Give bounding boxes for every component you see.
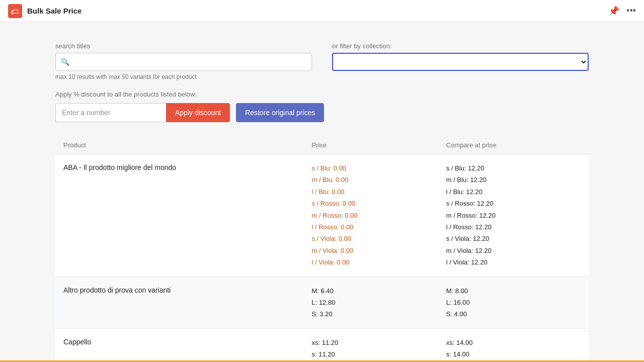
app-logo-icon: 🏷 [8,4,22,18]
discount-section: Apply % discount to all the products lis… [55,90,589,122]
collection-select[interactable] [332,53,589,71]
compare-list: s / Blu: 12.20m / Blu: 12.20l / Blu: 12.… [446,162,581,268]
filter-label: or filter by collection: [332,42,589,50]
compare-variant-line: xs: 14.00 [446,337,581,348]
compare-variant-line: s / Rosso: 12.20 [446,198,581,209]
pin-icon[interactable]: 📌 [608,6,619,17]
search-label: search titles [55,42,312,50]
discount-input[interactable] [55,103,166,122]
price-variant-line: m / Viola: 0.00 [311,245,446,256]
price-variant-line: S: 3.20 [311,308,446,320]
app-title: Bulk Sale Price [27,7,82,15]
svg-text:🏷: 🏷 [11,8,19,16]
topbar-right: 📌 ••• [608,6,636,17]
price-list: s / Blu: 0.00m / Blu: 0.00l / Blu: 0.00s… [311,162,446,268]
product-name: Cappello [63,337,311,346]
price-variant-line: m / Rosso: 0.00 [311,210,446,221]
table-header: Product Price Compare at price [55,136,589,154]
compare-variant-line: m / Viola: 12.20 [446,245,581,256]
compare-variant-line: l / Rosso: 12.20 [446,221,581,233]
restore-prices-button[interactable]: Restore original prices [236,103,324,122]
price-variant-line: s / Blu: 0.00 [311,162,446,174]
price-variant-line: M: 6.40 [311,285,446,297]
compare-variant-line: m / Blu: 12.20 [446,174,581,186]
compare-list: M: 8.00L: 16.00S: 4.00 [446,285,581,320]
search-input[interactable] [69,53,306,70]
price-variant-line: s / Rosso: 0.00 [311,198,446,209]
topbar-left: 🏷 Bulk Sale Price [8,4,82,18]
compare-variant-line: s / Viola: 12.20 [446,233,581,244]
topbar: 🏷 Bulk Sale Price 📌 ••• [0,0,644,22]
search-filter-row: search titles 🔍 max 10 results with max … [55,42,589,80]
compare-variant-line: l / Blu: 12.20 [446,186,581,198]
price-list: xs: 11.20s: 11.20 [311,337,446,360]
compare-variant-line: L: 16.00 [446,297,581,308]
main-content: search titles 🔍 max 10 results with max … [25,22,619,362]
column-header-product: Product [63,141,311,149]
compare-list: xs: 14.00s: 14.00 [446,337,581,360]
compare-variant-line: m / Rosso: 12.20 [446,210,581,221]
products-table-container: Product Price Compare at price ABA - Il … [55,136,589,362]
search-icon: 🔍 [61,58,69,66]
compare-variant-line: s / Blu: 12.20 [446,162,581,174]
discount-row: Apply discount Restore original prices [55,103,589,122]
table-row: Altro prodotto di prova con variantiM: 6… [55,277,589,329]
product-rows: ABA - Il prodotto migliore del mondos / … [55,154,589,362]
compare-variant-line: S: 4.00 [446,308,581,320]
price-list: M: 6.40L: 12.80S: 3.20 [311,285,446,320]
product-name: ABA - Il prodotto migliore del mondo [63,162,311,171]
search-hint: max 10 results with max 50 variants for … [55,73,312,80]
column-header-compare: Compare at price [446,141,581,149]
compare-variant-line: l / Viola: 12.20 [446,256,581,268]
price-variant-line: m / Blu: 0.00 [311,174,446,186]
price-variant-line: l / Rosso: 0.00 [311,221,446,233]
price-variant-line: l / Blu: 0.00 [311,186,446,198]
table-row: ABA - Il prodotto migliore del mondos / … [55,154,589,277]
search-column: search titles 🔍 max 10 results with max … [55,42,312,80]
apply-discount-button[interactable]: Apply discount [166,103,230,122]
discount-label: Apply % discount to all the products lis… [55,90,589,98]
price-variant-line: l / Viola: 0.00 [311,256,446,268]
price-variant-line: xs: 11.20 [311,337,446,348]
compare-variant-line: s: 14.00 [446,348,581,360]
price-variant-line: L: 12.80 [311,297,446,308]
price-variant-line: s: 11.20 [311,348,446,360]
price-variant-line: s / Viola: 0.00 [311,233,446,244]
more-options-icon[interactable]: ••• [626,6,636,16]
column-header-price: Price [311,141,446,149]
filter-column: or filter by collection: [332,42,589,71]
search-input-wrapper: 🔍 [55,53,312,71]
compare-variant-line: M: 8.00 [446,285,581,297]
table-row: Cappelloxs: 11.20s: 11.20xs: 14.00s: 14.… [55,329,589,362]
product-name: Altro prodotto di prova con varianti [63,285,311,294]
